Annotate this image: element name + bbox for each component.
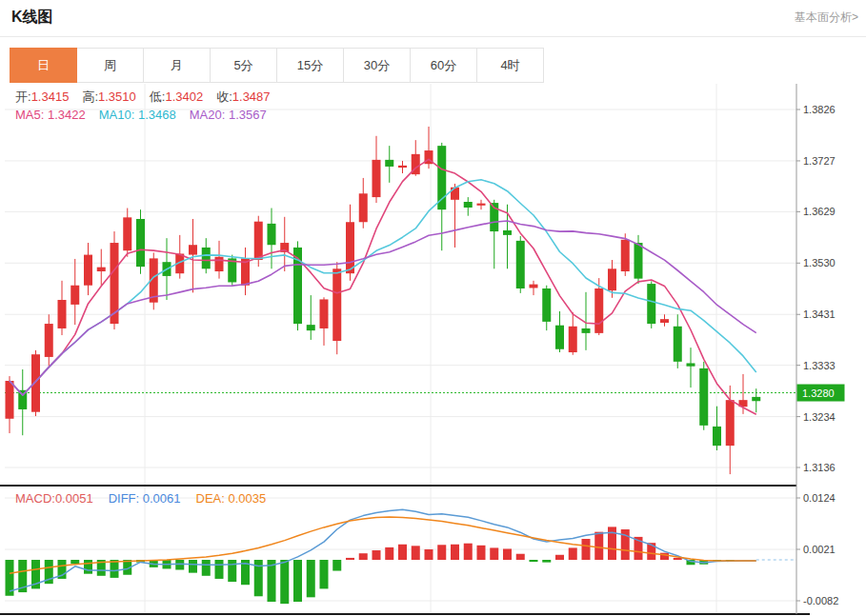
macd-histogram-bar [582, 539, 591, 560]
candle-body [569, 327, 577, 352]
macd-histogram-bar [412, 546, 420, 560]
low-value: 1.3402 [165, 89, 203, 104]
macd-histogram-bar [373, 550, 381, 560]
candle-body [530, 285, 538, 288]
ma5-readout: MA5: 1.3422 [15, 108, 86, 122]
candle-body [621, 240, 630, 271]
candle-body [123, 217, 131, 250]
candle-body [189, 245, 197, 254]
ma-readout: MA5: 1.3422MA10: 1.3468MA20: 1.3567 [15, 108, 267, 122]
ma10-readout: MA10: 1.3468 [99, 108, 176, 122]
interval-tabs: 日 周 月 5分 15分 30分 60分 4时 [10, 48, 544, 83]
macd-histogram-bar [332, 560, 341, 571]
high-value: 1.3510 [98, 89, 136, 104]
macd-histogram-bar [215, 560, 224, 579]
macd-histogram-bar [346, 558, 354, 560]
macd-histogram-bar [293, 560, 302, 602]
fundamental-analysis-link[interactable]: 基本面分析> [795, 10, 858, 26]
macd-histogram-bar [280, 560, 289, 604]
candle-body [542, 288, 551, 322]
ma20-readout: MA20: 1.3567 [190, 108, 267, 122]
candle-body [202, 248, 211, 268]
high-label: 高: [82, 89, 98, 104]
diff-line [10, 509, 756, 591]
macd-readout: MACD:0.0051DIFF: 0.0061DEA: 0.0035 [15, 491, 266, 506]
current-price-tag-label: 1.3280 [802, 387, 835, 399]
price-axis-label: 1.3826 [803, 104, 836, 115]
tab-30min[interactable]: 30分 [344, 48, 411, 83]
dea-value: DEA: 0.0035 [196, 491, 267, 506]
macd-histogram-bar [594, 532, 603, 560]
macd-histogram-bar [451, 545, 459, 560]
macd-histogram-bar [477, 546, 486, 560]
candle-body [699, 368, 708, 426]
candle-body [346, 222, 354, 273]
tab-60min[interactable]: 60分 [411, 48, 477, 83]
close-value: 1.3487 [232, 89, 271, 104]
candle-body [726, 400, 735, 446]
low-label: 低: [150, 89, 166, 104]
macd-histogram-bar [490, 547, 498, 560]
tab-day[interactable]: 日 [10, 48, 77, 83]
open-label: 开: [15, 89, 31, 104]
macd-histogram-bar [542, 560, 551, 563]
candle-body [608, 268, 616, 290]
ma20-line [10, 221, 756, 395]
macd-histogram-bar [385, 547, 393, 560]
candle-body [332, 268, 341, 341]
candle-body [477, 204, 486, 206]
candle-body [582, 328, 591, 333]
kline-page: K线图 基本面分析> 日 周 月 5分 15分 30分 60分 4时 开:1.3… [0, 0, 866, 616]
macd-histogram-bar [516, 554, 525, 560]
macd-histogram-bar [555, 555, 564, 560]
macd-histogram-bar [175, 560, 184, 569]
macd-histogram-bar [320, 560, 329, 588]
price-axis-label: 1.3136 [803, 462, 836, 473]
ohlc-readout: 开:1.3415高:1.3510低:1.3402收:1.3487 [15, 89, 284, 106]
candle-body [58, 300, 67, 328]
close-label: 收: [216, 89, 232, 104]
candle-body [516, 241, 525, 288]
candle-body [634, 243, 643, 279]
macd-histogram-bar [359, 553, 368, 560]
candle-body [6, 381, 14, 419]
candle-body [503, 230, 512, 235]
candle-body [687, 363, 695, 366]
dea-line [10, 517, 756, 573]
candle-body [674, 327, 682, 362]
price-axis-label: 1.3234 [803, 411, 836, 423]
candle-body [97, 268, 106, 271]
candle-body [254, 222, 263, 260]
candle-body [464, 202, 473, 208]
macd-histogram-bar [530, 560, 538, 562]
candle-body [594, 288, 603, 333]
tab-15min[interactable]: 15分 [277, 48, 344, 83]
tab-5min[interactable]: 5分 [211, 48, 277, 83]
kline-chart[interactable]: 1.38261.37271.36291.35301.34311.33331.32… [0, 84, 866, 616]
macd-histogram-bar [464, 544, 473, 560]
candle-body [647, 284, 655, 324]
candle-body [268, 224, 276, 245]
macd-histogram-bar [674, 558, 682, 560]
macd-histogram-bar [569, 547, 577, 560]
macd-histogram-bar [228, 560, 236, 582]
tab-month[interactable]: 月 [144, 48, 211, 83]
tab-week[interactable]: 周 [77, 48, 144, 83]
candle-body [555, 326, 564, 349]
macd-histogram-bar [202, 560, 211, 576]
macd-histogram-bar [189, 560, 197, 573]
macd-histogram-bar [437, 545, 446, 560]
price-axis-label: 1.3629 [803, 206, 836, 217]
macd-axis-label: -0.0082 [803, 595, 838, 606]
ma5-line [10, 159, 756, 414]
candle-body [31, 354, 40, 411]
price-axis-label: 1.3431 [803, 308, 836, 320]
macd-histogram-bar [398, 545, 407, 560]
header-divider [0, 36, 866, 37]
tab-4hour[interactable]: 4时 [477, 48, 544, 83]
candle-body [713, 427, 721, 446]
macd-histogram-bar [425, 549, 433, 560]
macd-histogram-bar [503, 548, 512, 560]
macd-axis-label: 0.0021 [803, 544, 836, 555]
price-axis-label: 1.3727 [803, 155, 836, 167]
